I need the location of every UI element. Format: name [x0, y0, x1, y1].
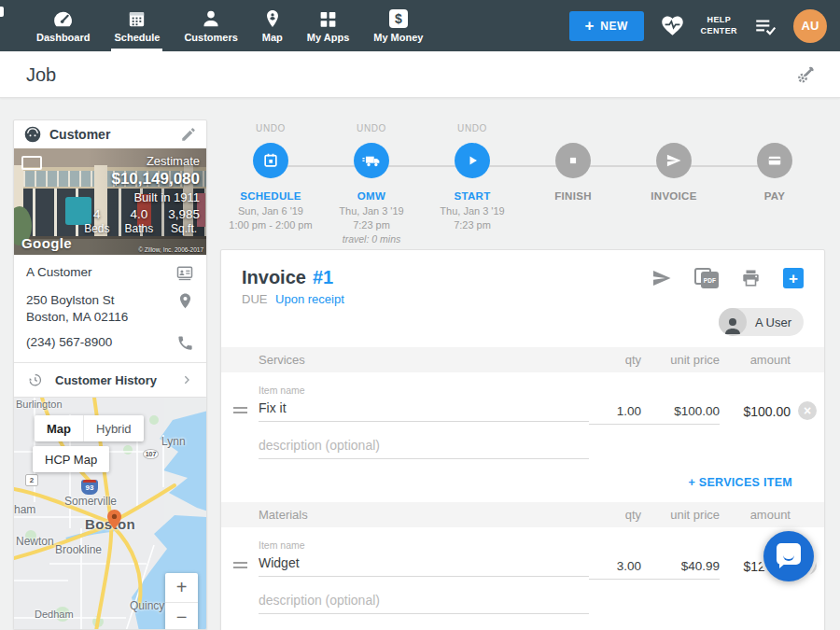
undo-link[interactable]: UNDO — [256, 123, 286, 135]
step-date: Sun, Jan 6 '19 — [238, 205, 303, 217]
job-location-marker[interactable] — [107, 510, 121, 529]
pdf-icon[interactable]: PDF — [694, 268, 719, 288]
undo-link[interactable]: UNDO — [457, 123, 487, 135]
step-label: FINISH — [554, 190, 592, 202]
step-finish: FINISH — [523, 123, 623, 246]
services-section-header: Services qty unit price amount — [221, 347, 824, 372]
customer-history-row[interactable]: Customer History — [26, 363, 194, 398]
print-icon[interactable] — [739, 267, 763, 289]
app-window: Dashboard Schedule Customers Map — [0, 0, 840, 630]
step-label: INVOICE — [651, 190, 696, 202]
street-view-icon — [21, 156, 42, 170]
omw-step-button[interactable] — [354, 143, 389, 178]
address-line1: 250 Boylston St — [26, 292, 128, 309]
property-stats: 4Beds 4.0Baths 3,985Sq.ft. — [84, 207, 200, 235]
customer-name: A Customer — [26, 264, 92, 281]
nav-tabs: Dashboard Schedule Customers Map — [24, 0, 435, 51]
unit-price-column-header: unit price — [641, 508, 720, 522]
section-title: Materials — [221, 508, 589, 522]
contact-card-icon[interactable] — [175, 264, 194, 283]
qty-input[interactable] — [589, 399, 641, 425]
job-settings-icon[interactable] — [795, 64, 816, 85]
map-view-button[interactable]: Map — [35, 415, 83, 441]
edit-pencil-icon[interactable] — [180, 126, 197, 143]
zoom-in-button[interactable]: + — [165, 573, 198, 602]
user-avatar[interactable]: AU — [793, 9, 827, 43]
invoice-title: Invoice — [242, 267, 306, 288]
qty-input[interactable] — [589, 554, 641, 580]
unit-price-input[interactable] — [641, 399, 720, 425]
qty-column-header: qty — [589, 353, 641, 367]
invoice-number[interactable]: #1 — [313, 267, 333, 288]
baths-value: 4.0 — [125, 207, 154, 221]
new-button[interactable]: NEW — [569, 11, 644, 41]
nav-item-map[interactable]: Map — [250, 0, 295, 51]
zestimate-overlay: Zestimate $10,149,080 Built in 1911 4Bed… — [84, 154, 200, 235]
paper-plane-icon — [665, 151, 683, 170]
service-item-row: Item name $100.00 — [221, 372, 824, 459]
credit-card-icon-button[interactable] — [757, 143, 792, 178]
help-center-button[interactable]: HELP CENTER — [701, 15, 737, 36]
page-title: Job — [26, 51, 56, 98]
amount-column-header: amount — [720, 508, 791, 522]
step-pay: PAY — [724, 123, 825, 246]
customer-info: A Customer 250 Boylston St Boston, MA 02… — [14, 255, 206, 398]
step-date: Thu, Jan 3 '19 — [440, 205, 504, 217]
invoice-card: Invoice #1 PDF DUE — [220, 249, 825, 630]
nav-item-customers[interactable]: Customers — [172, 0, 249, 51]
undo-link[interactable]: UNDO — [357, 123, 386, 135]
item-name-input[interactable] — [259, 551, 589, 577]
nav-label: My Money — [373, 32, 423, 43]
unit-price-input[interactable] — [641, 554, 720, 580]
hcp-map-button[interactable]: HCP Map — [33, 446, 109, 472]
top-nav: Dashboard Schedule Customers Map — [0, 0, 840, 51]
nav-item-schedule[interactable]: Schedule — [102, 0, 172, 51]
drag-handle-icon[interactable] — [233, 407, 247, 416]
remove-item-icon[interactable] — [798, 401, 817, 420]
nav-label: Customers — [184, 32, 237, 43]
add-services-item-link[interactable]: + SERVICES ITEM — [688, 476, 792, 489]
checklist-icon[interactable] — [753, 14, 777, 38]
history-icon — [26, 371, 43, 388]
nav-item-my-apps[interactable]: My Apps — [295, 0, 361, 51]
nav-item-dashboard[interactable]: Dashboard — [24, 0, 102, 51]
drag-handle-icon[interactable] — [233, 562, 247, 571]
add-invoice-item-button[interactable] — [783, 268, 804, 288]
history-label: Customer History — [55, 373, 179, 387]
nav-label: Schedule — [114, 32, 160, 43]
schedule-step-button[interactable] — [253, 143, 288, 178]
customer-address-row: 250 Boylston St Boston, MA 02116 — [26, 292, 194, 325]
play-icon — [463, 151, 482, 170]
material-item-row: Item name $122.97 — [221, 527, 824, 614]
calendar-icon — [261, 151, 280, 170]
item-description-input[interactable] — [259, 433, 589, 459]
assigned-user-chip[interactable]: A User — [719, 308, 804, 336]
section-title: Services — [221, 353, 589, 367]
location-pin-icon[interactable] — [176, 292, 194, 310]
chat-support-button[interactable] — [763, 531, 814, 581]
item-name-input[interactable] — [259, 396, 589, 422]
finish-step-button[interactable] — [555, 143, 591, 178]
page-header: Job — [0, 51, 840, 98]
beds-value: 4 — [84, 207, 109, 221]
heart-pulse-icon[interactable] — [660, 13, 685, 38]
due-terms-link[interactable]: Upon receipt — [275, 292, 344, 306]
invoice-actions: PDF — [650, 267, 804, 289]
phone-icon[interactable] — [176, 334, 194, 352]
map-label-waltham: ham — [14, 503, 35, 516]
sqft-value: 3,985 — [168, 207, 200, 221]
map-label-newton: Newton — [16, 535, 54, 548]
send-invoice-step-button[interactable] — [656, 143, 692, 178]
nav-item-my-money[interactable]: My Money — [361, 0, 435, 51]
schedule-icon — [126, 7, 147, 31]
built-year: Built in 1911 — [84, 190, 200, 204]
item-name-label: Item name — [259, 539, 589, 551]
start-step-button[interactable] — [455, 143, 490, 178]
property-photo[interactable]: Zestimate $10,149,080 Built in 1911 4Bed… — [14, 148, 206, 255]
send-icon[interactable] — [650, 267, 674, 289]
zoom-out-button[interactable]: − — [165, 602, 198, 630]
hybrid-view-button[interactable]: Hybrid — [83, 415, 144, 441]
step-time: 1:00 pm - 2:00 pm — [229, 219, 312, 231]
chevron-right-icon — [179, 372, 194, 387]
item-description-input[interactable] — [259, 588, 589, 614]
